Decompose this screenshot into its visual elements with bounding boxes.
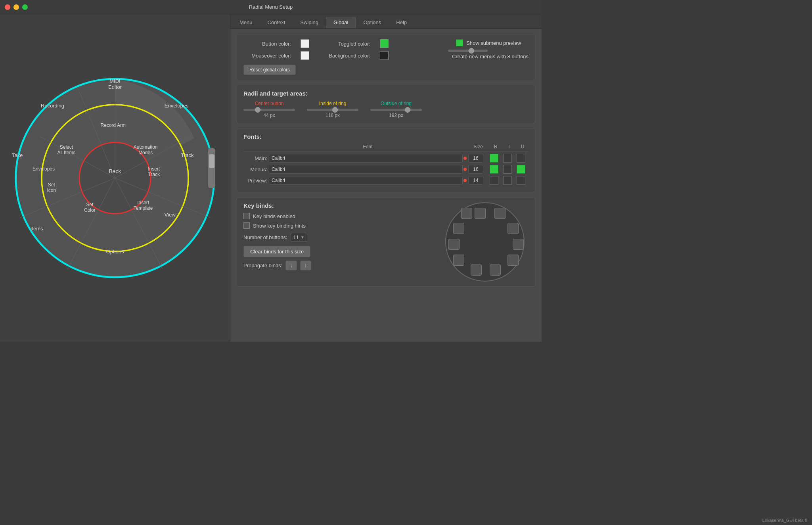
tab-context[interactable]: Context <box>260 17 293 28</box>
preview-font-row: Preview: <box>243 176 529 185</box>
num-buttons-label: Number of buttons: <box>243 234 287 240</box>
titlebar-buttons <box>5 4 28 10</box>
center-slider-item: Center button 44 px <box>243 101 295 118</box>
left-panel: MIDIEditor Envelopes Track View Options … <box>0 14 230 342</box>
radii-section: Radii and target areas: Center button 44… <box>237 85 535 123</box>
kb-slot-5[interactable] <box>508 255 519 266</box>
kb-slot-6[interactable] <box>490 264 501 276</box>
kb-slot-1[interactable] <box>475 208 486 219</box>
button-color-swatch[interactable] <box>301 39 309 48</box>
col-i: I <box>503 144 515 149</box>
preview-underline-check[interactable] <box>517 176 525 185</box>
inside-value: 116 px <box>326 113 340 118</box>
main-font-size[interactable] <box>468 154 483 163</box>
colors-section: Button color: Toggled color: Mouseover c… <box>237 34 535 80</box>
maximize-button[interactable] <box>22 4 28 10</box>
menus-font-row: Menus: <box>243 165 529 174</box>
center-radius-slider[interactable] <box>243 109 295 111</box>
main-italic-check[interactable] <box>503 154 512 163</box>
radial-menu-svg <box>12 75 218 281</box>
menus-bold-check[interactable] <box>490 165 498 174</box>
create-new-slider[interactable] <box>448 50 488 52</box>
minimize-button[interactable] <box>13 4 19 10</box>
propagate-label: Propagate binds: <box>243 262 282 268</box>
keybinds-enabled-checkbox[interactable] <box>243 213 250 219</box>
center-label: Center button <box>255 101 284 106</box>
keybinds-hints-checkbox[interactable] <box>243 222 250 229</box>
tab-menu[interactable]: Menu <box>232 17 260 28</box>
show-submenu-label: Show submenu preview <box>466 40 521 46</box>
show-submenu-indicator[interactable] <box>456 39 463 46</box>
kb-slot-8[interactable] <box>453 255 464 266</box>
inside-radius-slider[interactable] <box>307 109 358 111</box>
button-color-label: Button color: <box>243 41 291 47</box>
fonts-title: Fonts: <box>243 133 529 140</box>
center-value: 44 px <box>263 113 275 118</box>
main-bold-check[interactable] <box>490 154 498 163</box>
preview-font-input-wrap <box>269 176 467 185</box>
colors-left: Button color: Toggled color: Mouseover c… <box>243 39 389 75</box>
close-button[interactable] <box>5 4 10 10</box>
keybind-circle-diagram <box>445 202 525 282</box>
kb-slot-3[interactable] <box>508 223 519 234</box>
preview-italic-check[interactable] <box>503 176 512 185</box>
preview-bold-check[interactable] <box>490 176 498 185</box>
num-buttons-row: Number of buttons: 11 ▼ <box>243 233 433 242</box>
kb-slot-9[interactable] <box>448 239 460 250</box>
outside-label: Outside of ring <box>381 101 412 106</box>
toggled-color-swatch[interactable] <box>380 39 389 48</box>
tab-help[interactable]: Help <box>389 17 414 28</box>
inside-slider-item: Inside of ring 116 px <box>307 101 358 118</box>
num-buttons-select[interactable]: 11 ▼ <box>291 233 307 242</box>
kb-slot-2[interactable] <box>494 208 506 219</box>
background-color-swatch[interactable] <box>380 51 389 60</box>
num-buttons-value: 11 <box>293 234 299 240</box>
tab-global[interactable]: Global <box>326 17 356 28</box>
clear-binds-button[interactable]: Clear binds for this size <box>243 246 310 257</box>
radial-menu-container: MIDIEditor Envelopes Track View Options … <box>12 75 218 281</box>
outside-value: 192 px <box>389 113 403 118</box>
col-u: U <box>517 144 529 149</box>
keybinds-title: Key binds: <box>243 202 433 209</box>
outside-radius-slider[interactable] <box>370 109 422 111</box>
main-font-input[interactable] <box>269 154 463 163</box>
menus-font-size[interactable] <box>468 165 483 174</box>
propagate-down-button[interactable]: ↓ <box>285 261 297 270</box>
main-font-row: Main: <box>243 154 529 163</box>
kb-slot-4[interactable] <box>513 239 524 250</box>
menus-font-input-wrap <box>269 165 467 174</box>
main-layout: MIDIEditor Envelopes Track View Options … <box>0 14 542 342</box>
menus-italic-check[interactable] <box>503 165 512 174</box>
keybinds-left: Key binds: Key binds enabled Show key bi… <box>243 202 433 282</box>
mouseover-color-swatch[interactable] <box>301 51 309 60</box>
menus-font-input[interactable] <box>269 165 463 174</box>
keybinds-hints-row: Show key binding hints <box>243 222 433 229</box>
preview-font-label: Preview: <box>243 178 267 184</box>
dropdown-arrow-icon: ▼ <box>301 235 304 240</box>
preview-font-input[interactable] <box>269 176 463 185</box>
button-color-row: Button color: Toggled color: <box>243 39 389 48</box>
tab-swiping[interactable]: Swiping <box>293 17 326 28</box>
main-underline-check[interactable] <box>517 154 525 163</box>
reset-colors-button[interactable]: Reset global colors <box>243 65 296 75</box>
menus-underline-check[interactable] <box>517 165 525 174</box>
keybinds-enabled-label: Key binds enabled <box>253 213 295 219</box>
right-panel: Menu Context Swiping Global Options Help… <box>230 14 542 342</box>
kb-slot-7[interactable] <box>471 264 482 276</box>
col-size: Size <box>468 144 488 149</box>
kb-slot-10[interactable] <box>453 223 464 234</box>
main-font-label: Main: <box>243 155 267 161</box>
kb-slot-11[interactable] <box>461 208 472 219</box>
preview-font-size[interactable] <box>468 176 483 185</box>
sliders-row: Center button 44 px Inside of ring 116 p… <box>243 101 529 118</box>
tab-options[interactable]: Options <box>356 17 389 28</box>
keybinds-section: Key binds: Key binds enabled Show key bi… <box>237 197 535 287</box>
svg-rect-15 <box>209 154 214 168</box>
col-b: B <box>490 144 502 149</box>
propagate-up-button[interactable]: ↑ <box>300 261 312 270</box>
create-new-row: Create new menus with 8 buttons <box>448 50 529 59</box>
preview-font-dot <box>463 179 467 182</box>
titlebar: Radial Menu Setup <box>0 0 542 14</box>
show-submenu-row: Show submenu preview <box>456 39 529 46</box>
fonts-section: Fonts: Font Size B I U Main: <box>237 128 535 192</box>
